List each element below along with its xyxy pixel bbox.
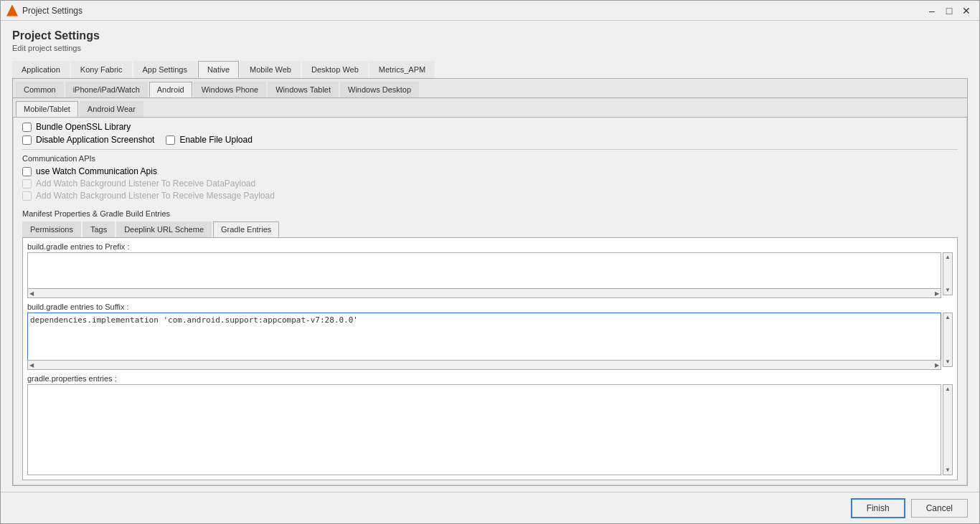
- app-icon: [6, 5, 18, 16]
- properties-scrollbar[interactable]: ▲ ▼: [943, 384, 953, 475]
- tab-kony-fabric[interactable]: Kony Fabric: [71, 61, 132, 78]
- tab-android-wear[interactable]: Android Wear: [80, 101, 143, 117]
- watch-bg-1-checkbox[interactable]: [22, 179, 32, 189]
- tab-windows-desktop[interactable]: Windows Desktop: [340, 82, 419, 97]
- disable-screenshot-label: Disable Application Screenshot: [36, 135, 154, 145]
- prefix-scrollbar[interactable]: ▲ ▼: [943, 252, 953, 295]
- enable-file-upload-row: Enable File Upload: [166, 135, 252, 145]
- close-button[interactable]: ✕: [959, 4, 974, 17]
- tab-content-1: Common iPhone/iPad/Watch Android Windows…: [12, 79, 968, 486]
- tab-android[interactable]: Android: [149, 82, 192, 97]
- tab-application[interactable]: Application: [12, 61, 70, 78]
- disable-screenshot-checkbox[interactable]: [22, 135, 32, 145]
- title-bar-text: Project Settings: [22, 6, 925, 16]
- tab-desktop-web[interactable]: Desktop Web: [302, 61, 368, 78]
- gradle-properties-input[interactable]: [27, 384, 941, 475]
- title-bar: Project Settings – □ ✕: [1, 1, 979, 21]
- suffix-hscrollbar[interactable]: ◀ ▶: [27, 360, 941, 370]
- maximize-button[interactable]: □: [942, 4, 956, 17]
- watch-bg-1-label: Add Watch Background Listener To Receive…: [36, 178, 255, 189]
- bundle-openssl-label: Bundle OpenSSL Library: [36, 122, 131, 132]
- disable-screenshot-row: Disable Application Screenshot: [22, 135, 154, 145]
- suffix-scrollbar[interactable]: ▲ ▼: [943, 313, 953, 367]
- gradle-prefix-label: build.gradle entries to Prefix :: [27, 242, 953, 251]
- finish-button[interactable]: Finish: [851, 498, 905, 518]
- tab-mobile-tablet[interactable]: Mobile/Tablet: [16, 101, 78, 117]
- watch-bg-1-row: Add Watch Background Listener To Receive…: [22, 178, 958, 189]
- tab-windows-phone[interactable]: Windows Phone: [194, 82, 267, 97]
- gradle-suffix-section: build.gradle entries to Suffix : ▲ ▼: [27, 303, 953, 370]
- dialog-subtitle: Edit project settings: [12, 44, 968, 52]
- dialog-body: Project Settings Edit project settings A…: [1, 21, 979, 492]
- manifest-gradle-section: Manifest Properties & Gradle Build Entri…: [13, 205, 967, 485]
- cancel-button[interactable]: Cancel: [911, 499, 968, 518]
- tab-native[interactable]: Native: [198, 61, 239, 78]
- tab-gradle-entries[interactable]: Gradle Entries: [213, 221, 279, 237]
- title-bar-controls: – □ ✕: [925, 4, 974, 17]
- android-content: Mobile/Tablet Android Wear Bundle OpenSS…: [13, 98, 967, 485]
- tab-metrics-apm[interactable]: Metrics_APM: [369, 61, 435, 78]
- tab-mobile-web[interactable]: Mobile Web: [240, 61, 301, 78]
- gradle-prefix-section: build.gradle entries to Prefix : ▲ ▼: [27, 242, 953, 298]
- main-tab-bar: Application Kony Fabric App Settings Nat…: [12, 61, 968, 79]
- enable-file-upload-checkbox[interactable]: [166, 135, 175, 145]
- manifest-title: Manifest Properties & Gradle Build Entri…: [22, 209, 958, 218]
- gradle-properties-section: gradle.properties entries : ▲ ▼: [27, 374, 953, 475]
- bundle-openssl-checkbox[interactable]: [22, 123, 32, 132]
- use-watch-comm-label: use Watch Communication Apis: [36, 166, 157, 176]
- comm-apis-title: Communication APIs: [22, 154, 958, 163]
- use-watch-comm-checkbox[interactable]: [22, 167, 32, 176]
- gradle-tab-bar: Permissions Tags Deeplink URL Scheme Gra…: [22, 221, 958, 238]
- top-options-area: Bundle OpenSSL Library Disable Applicati…: [13, 118, 967, 205]
- tab-app-settings[interactable]: App Settings: [133, 61, 197, 78]
- gradle-entries-content: build.gradle entries to Prefix : ▲ ▼: [22, 238, 958, 480]
- bundle-openssl-row: Bundle OpenSSL Library: [22, 122, 958, 132]
- tab-common[interactable]: Common: [16, 82, 64, 97]
- tab-windows-tablet[interactable]: Windows Tablet: [268, 82, 339, 97]
- tab-permissions[interactable]: Permissions: [22, 221, 81, 237]
- prefix-hscrollbar[interactable]: ◀ ▶: [27, 288, 941, 298]
- tab-iphone-ipad-watch[interactable]: iPhone/iPad/Watch: [65, 82, 148, 97]
- minimize-button[interactable]: –: [925, 4, 939, 17]
- bottom-bar: Finish Cancel: [1, 492, 979, 523]
- project-settings-window: Project Settings – □ ✕ Project Settings …: [0, 0, 980, 524]
- tab-tags[interactable]: Tags: [83, 221, 115, 237]
- gradle-suffix-label: build.gradle entries to Suffix :: [27, 303, 953, 311]
- use-watch-comm-row: use Watch Communication Apis: [22, 166, 958, 176]
- watch-bg-2-label: Add Watch Background Listener To Receive…: [36, 191, 275, 201]
- gradle-suffix-input[interactable]: [27, 313, 941, 367]
- enable-file-upload-label: Enable File Upload: [179, 135, 252, 145]
- gradle-properties-label: gradle.properties entries :: [27, 374, 953, 383]
- watch-bg-2-row: Add Watch Background Listener To Receive…: [22, 191, 958, 201]
- android-sub-tab-bar: Mobile/Tablet Android Wear: [13, 98, 967, 118]
- tab-deeplink[interactable]: Deeplink URL Scheme: [116, 221, 212, 237]
- watch-bg-2-checkbox[interactable]: [22, 191, 32, 201]
- dialog-title: Project Settings: [12, 29, 968, 42]
- platform-tab-bar: Common iPhone/iPad/Watch Android Windows…: [13, 79, 967, 98]
